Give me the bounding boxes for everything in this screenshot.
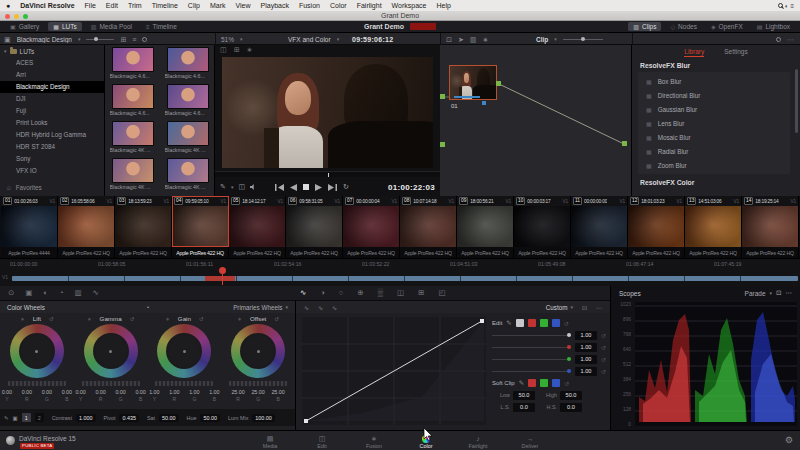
lut-item[interactable]: Blackmagic 4K ... (105, 121, 160, 158)
wheel-page-1[interactable]: 1 (22, 413, 31, 422)
node-output-port[interactable] (496, 81, 501, 86)
param-value[interactable]: 0.435 (119, 414, 139, 422)
channel-slider[interactable] (492, 359, 571, 360)
soft-chip-2[interactable] (552, 379, 560, 387)
curve-mode-icon-2[interactable]: ∿ (318, 304, 323, 311)
lut-item[interactable]: Blackmagic 4.6... (105, 47, 160, 84)
highlight-icon[interactable]: ∗ (247, 46, 253, 54)
clip-thumbnail[interactable] (58, 206, 114, 247)
sidebar-item-aces[interactable]: ACES (0, 57, 104, 69)
timeline-clip-13[interactable]: 1314:51:03:06V1Apple ProRes 422 HQ (685, 196, 742, 258)
expand-icon[interactable]: ⊡ (582, 304, 587, 311)
list-view-icon[interactable]: ≡ (132, 36, 136, 43)
graph-input-port-2[interactable] (440, 142, 445, 147)
lut-folder-select[interactable]: Blackmagic Design (17, 36, 72, 43)
expand-icon[interactable]: ⊡ (446, 36, 452, 43)
wheels-mode-select[interactable]: Primaries Wheels▾ (233, 304, 288, 311)
thumb-size-slider[interactable] (86, 39, 114, 40)
clip-thumbnail[interactable] (115, 206, 171, 247)
timeline-clip-02[interactable]: 0216:05:58:06V1Apple ProRes 422 HQ (58, 196, 115, 258)
timeline-clip-10[interactable]: 1000:00:03:17V1Apple ProRes 422 HQ (514, 196, 571, 258)
graph-input-port[interactable] (440, 94, 445, 99)
header-button-openfx[interactable]: ◈OpenFX (706, 22, 748, 31)
page-button-media[interactable]: ▤Media (255, 434, 285, 449)
project-settings-gear-icon[interactable]: ⚙ (785, 435, 793, 445)
reset-icon[interactable]: ↺ (601, 356, 606, 363)
wheel-adjust-icon[interactable]: ∗ (20, 316, 25, 322)
loop-button[interactable]: ↻ (343, 183, 349, 191)
key-icon[interactable]: ◫ (397, 288, 404, 297)
channel-chip-1[interactable] (528, 319, 536, 327)
timeline-clip-06[interactable]: 0609:58:31:05V1Apple ProRes 422 HQ (286, 196, 343, 258)
link-channels-icon[interactable]: ✎ (506, 319, 511, 327)
wheel-adjust-icon[interactable]: ∗ (237, 316, 242, 322)
chevron-down-icon[interactable]: ▾ (231, 184, 234, 190)
clip-thumbnail[interactable] (286, 206, 342, 247)
menu-item-color[interactable]: Color (330, 2, 347, 9)
sidebar-item-vfx-io[interactable]: VFX IO (0, 165, 104, 177)
param-value[interactable]: 50.00 (159, 414, 179, 422)
master-wheel[interactable] (155, 381, 213, 386)
motion-effects-icon[interactable]: ∿ (93, 288, 99, 297)
color-wheel-offset[interactable] (231, 324, 285, 378)
menu-item-playback[interactable]: Playback (261, 2, 289, 9)
clip-thumbnail[interactable] (514, 206, 570, 247)
fx-item-directional-blur[interactable]: ▦Directional Blur (638, 88, 790, 102)
channel-chip-2[interactable] (540, 319, 548, 327)
menu-item-edit[interactable]: Edit (106, 2, 118, 9)
lut-search-icon[interactable] (142, 37, 147, 42)
lut-item[interactable]: Blackmagic 4.6... (160, 84, 215, 121)
blur-palette-icon[interactable]: ▒ (378, 288, 383, 297)
lut-item[interactable]: Blackmagic 4K ... (160, 121, 215, 158)
sidebar-item-blackmagic-design[interactable]: Blackmagic Design (0, 81, 104, 93)
wheel-page-2[interactable]: 2 (35, 413, 44, 422)
channel-slider[interactable] (492, 371, 571, 372)
menu-item-fairlight[interactable]: Fairlight (357, 2, 382, 9)
menu-item-workspace[interactable]: Workspace (392, 2, 427, 9)
curve-type-select[interactable]: Custom▾ (546, 304, 573, 311)
scope-type-select[interactable]: Parade▾ ⊡ ⋯ (745, 289, 792, 297)
play-button[interactable] (315, 184, 322, 191)
video-frame[interactable] (222, 57, 433, 168)
page-button-edit[interactable]: ◫Edit (307, 434, 337, 449)
clip-thumbnail[interactable] (400, 206, 456, 247)
menu-item-fusion[interactable]: Fusion (299, 2, 320, 9)
menu-item-timeline[interactable]: Timeline (152, 2, 178, 9)
timeline-clip-07[interactable]: 0700:00:00:04V1Apple ProRes 422 HQ (343, 196, 400, 258)
lut-item[interactable]: Blackmagic 4K ... (160, 158, 215, 195)
link-channels-icon[interactable]: ✎ (519, 379, 524, 387)
copy-icon[interactable]: ✎ (4, 415, 9, 421)
rgb-mixer-icon[interactable]: ▥ (74, 288, 81, 297)
fx-search-icon[interactable] (776, 37, 781, 42)
timeline-clip-09[interactable]: 0918:00:56:21V1Apple ProRes 422 HQ (457, 196, 514, 258)
channel-value[interactable]: 1.00 (575, 343, 597, 352)
audio-mute-icon[interactable] (250, 184, 256, 190)
reset-icon[interactable]: ↺ (601, 332, 606, 339)
header-button-media-pool[interactable]: ▥Media Pool (86, 22, 137, 31)
go-to-end-button[interactable] (328, 184, 337, 191)
reset-icon[interactable]: ↺ (564, 320, 569, 327)
lut-item[interactable]: Blackmagic 4K ... (105, 158, 160, 195)
image-wipe-icon[interactable]: ◫ (220, 46, 227, 54)
sidebar-item-hdr-st-2084[interactable]: HDR ST 2084 (0, 141, 104, 153)
fx-item-box-blur[interactable]: ▦Box Blur (638, 74, 790, 88)
menu-item-mark[interactable]: Mark (210, 2, 226, 9)
wheel-adjust-icon[interactable]: ∗ (87, 316, 92, 322)
corrector-node[interactable] (449, 65, 497, 100)
clip-thumbnail[interactable] (457, 206, 513, 247)
field-value[interactable]: 50.0 (560, 391, 582, 400)
tracker-icon[interactable]: ⊕ (357, 288, 363, 297)
fx-item-radial-blur[interactable]: ▦Radial Blur (638, 144, 790, 158)
param-value[interactable]: 1.000 (76, 414, 96, 422)
channel-slider[interactable] (492, 347, 571, 348)
wheel-adjust-icon[interactable]: ∗ (165, 316, 170, 322)
timeline-clip-11[interactable]: 1100:00:00:00V1Apple ProRes 422 HQ (571, 196, 628, 258)
lut-item[interactable]: Blackmagic 4.6... (105, 84, 160, 121)
master-wheel[interactable] (229, 381, 287, 386)
control-center-icon[interactable]: ◐ (785, 3, 789, 9)
fx-item-zoom-blur[interactable]: ▦Zoom Blur (638, 158, 790, 172)
scrollbar[interactable] (795, 69, 798, 133)
reset-icon[interactable]: ↺ (564, 380, 569, 387)
sidebar-item-print-looks[interactable]: Print Looks (0, 117, 104, 129)
menu-item-trim[interactable]: Trim (128, 2, 142, 9)
